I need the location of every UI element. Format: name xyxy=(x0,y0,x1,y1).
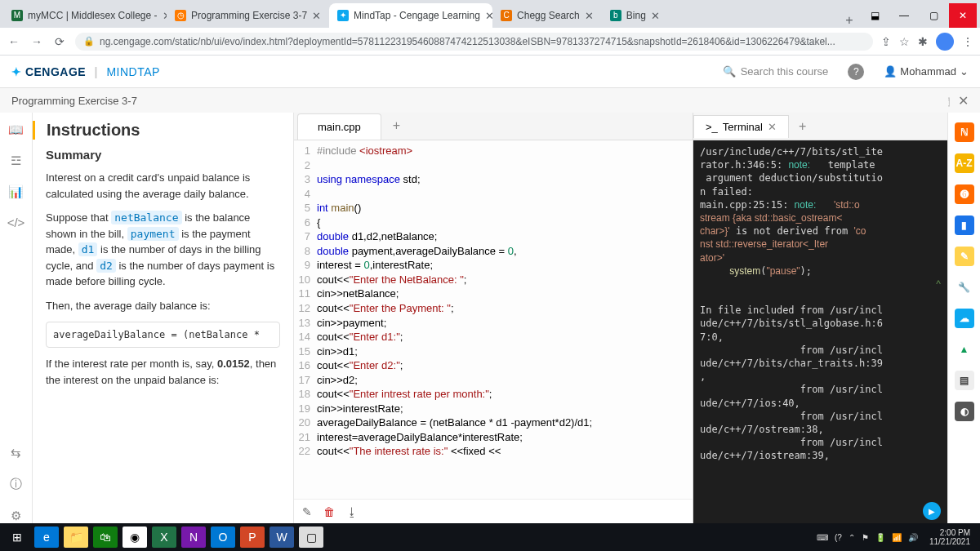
wifi-icon[interactable]: 📶 xyxy=(892,533,902,542)
close-assignment-button[interactable]: i✕ xyxy=(948,93,969,109)
powerpoint-icon[interactable]: P xyxy=(240,527,265,548)
close-tab-icon[interactable]: ✕ xyxy=(585,10,594,22)
app-drawer-item[interactable]: ◐ xyxy=(955,402,974,421)
cengage-header: ✦ CENGAGE | MINDTAP 🔍 Search this course… xyxy=(0,56,980,88)
browser-tab[interactable]: CChegg Search✕ xyxy=(492,3,602,28)
main-area: 📖 ☲ 📊 </> ⇆ ⓘ ⚙ Instructions Summary Int… xyxy=(0,113,980,523)
app-drawer-item[interactable]: ✎ xyxy=(955,247,974,266)
share-icon[interactable]: ⇪ xyxy=(881,35,891,48)
settings-icon[interactable]: ⚙ xyxy=(11,509,21,523)
app-drawer-item[interactable]: ℕ xyxy=(955,122,974,142)
terminal-new-tab[interactable]: + xyxy=(789,114,816,139)
terminal-panel: >_ Terminal ✕ + /usr/include/c++/7/bits/… xyxy=(693,113,947,523)
profile-avatar[interactable] xyxy=(936,33,954,51)
share-icon[interactable]: ⇆ xyxy=(11,446,21,460)
extensions-icon[interactable]: ✱ xyxy=(918,35,928,48)
editor-new-tab[interactable]: + xyxy=(381,113,412,140)
user-name: Mohammad xyxy=(900,65,956,78)
clock-date: 11/21/2021 xyxy=(929,537,970,546)
minimize-button[interactable]: — xyxy=(890,3,918,28)
help-button[interactable]: ? xyxy=(848,64,864,80)
user-menu[interactable]: 👤 Mohammad ⌄ xyxy=(884,65,969,78)
run-button[interactable]: ▶ xyxy=(923,502,941,520)
book-icon[interactable]: 📖 xyxy=(8,122,24,137)
close-tab-icon[interactable]: ✕ xyxy=(651,10,660,22)
url-input[interactable]: 🔒 ng.cengage.com/static/nb/ui/evo/index.… xyxy=(75,33,873,51)
onenote-icon[interactable]: N xyxy=(181,527,206,548)
app-drawer-item[interactable]: ▤ xyxy=(955,371,974,390)
info-icon[interactable]: i xyxy=(948,97,950,107)
tray-help-icon[interactable]: (? xyxy=(835,533,842,542)
chart-icon[interactable]: 📊 xyxy=(8,184,24,199)
instructions-title: Instructions xyxy=(33,121,280,140)
app-icon[interactable]: ▢ xyxy=(299,527,323,548)
new-tab-button[interactable]: + xyxy=(838,13,861,28)
maximize-button[interactable]: ▢ xyxy=(920,3,947,28)
browser-tab[interactable]: bBing✕ xyxy=(602,3,668,28)
outlook-icon[interactable]: O xyxy=(211,527,235,548)
close-tab-icon[interactable]: ✕ xyxy=(485,10,492,22)
store-icon[interactable]: 🛍 xyxy=(93,527,118,548)
volume-icon[interactable]: 🔊 xyxy=(908,533,918,542)
chrome-icon[interactable]: ◉ xyxy=(122,527,147,548)
terminal-controls: ▶ xyxy=(693,499,947,523)
lock-icon: 🔒 xyxy=(83,36,95,47)
browser-tab[interactable]: MmyMCC | Middlesex College - ✕ xyxy=(3,3,167,28)
word-icon[interactable]: W xyxy=(270,527,294,548)
bookmark-icon[interactable]: ☆ xyxy=(899,35,910,48)
edge-icon[interactable]: e xyxy=(34,527,59,548)
instructions-p3: Then, the average daily balance is: xyxy=(46,298,280,314)
browser-tab[interactable]: ✦MindTap - Cengage Learning✕ xyxy=(329,3,492,28)
reload-button[interactable]: ⟳ xyxy=(52,35,67,48)
editor-tabs: main.cpp + xyxy=(294,113,693,140)
windows-taskbar: ⊞ e 📁 🛍 ◉ X N O P W ▢ ⌨ (? ⌃ ⚑ 🔋 📶 🔊 2:0… xyxy=(0,523,980,551)
flag-icon[interactable]: ⚑ xyxy=(862,533,869,542)
brand-secondary: MINDTAP xyxy=(106,65,159,78)
tab-title: Bing xyxy=(626,10,646,21)
clock[interactable]: 2:00 PM 11/21/2021 xyxy=(924,528,975,546)
keyboard-icon[interactable]: ⌨ xyxy=(817,533,828,542)
delete-icon[interactable]: 🗑 xyxy=(323,505,335,518)
browser-tab[interactable]: ◷Programming Exercise 3-7✕ xyxy=(167,3,329,28)
hint-icon[interactable]: ⓘ xyxy=(10,477,22,492)
forward-button[interactable]: → xyxy=(29,35,44,48)
app-drawer-item[interactable]: ☁ xyxy=(955,309,974,328)
extension-icons: ⇪ ☆ ✱ ⋮ xyxy=(881,33,973,51)
editor-tab-main[interactable]: main.cpp xyxy=(297,113,381,140)
app-drawer-item[interactable]: ▮ xyxy=(955,216,974,235)
excel-icon[interactable]: X xyxy=(152,527,176,548)
favicon: C xyxy=(501,10,512,21)
close-window-button[interactable]: ✕ xyxy=(949,3,977,28)
clock-time: 2:00 PM xyxy=(929,528,970,537)
tab-title: Programming Exercise 3-7 xyxy=(191,10,307,21)
editor-area: main.cpp + 1#include <iostream>23using n… xyxy=(294,113,693,523)
close-terminal-tab[interactable]: ✕ xyxy=(768,121,777,133)
download-icon[interactable]: ⭳ xyxy=(346,505,358,518)
battery-icon[interactable]: 🔋 xyxy=(875,533,885,542)
edit-icon[interactable]: ✎ xyxy=(302,505,312,518)
code-icon[interactable]: </> xyxy=(7,216,25,229)
instructions-p4: If the interest rate per month is, say, … xyxy=(46,356,280,388)
app-drawer-item[interactable]: A-Z xyxy=(955,153,974,173)
back-button[interactable]: ← xyxy=(7,35,21,48)
start-button[interactable]: ⊞ xyxy=(5,527,29,548)
file-explorer-icon[interactable]: 📁 xyxy=(64,527,88,548)
favicon: ✦ xyxy=(337,10,349,21)
terminal-icon: >_ xyxy=(706,121,718,133)
steps-icon[interactable]: ☲ xyxy=(11,153,21,168)
app-drawer-item[interactable]: ▲ xyxy=(955,340,974,359)
tab-title: Chegg Search xyxy=(517,10,580,21)
close-tab-icon[interactable]: ✕ xyxy=(312,10,321,22)
search-course[interactable]: 🔍 Search this course xyxy=(723,65,829,78)
right-app-bar: ℕA-Z➏▮✎🔧☁▲▤◐ xyxy=(947,113,980,523)
terminal-tab[interactable]: >_ Terminal ✕ xyxy=(693,115,789,138)
chevron-down-icon: ⌄ xyxy=(960,65,969,78)
app-drawer-item[interactable]: 🔧 xyxy=(955,278,974,297)
menu-icon[interactable]: ⋮ xyxy=(962,35,973,48)
app-drawer-item[interactable]: ➏ xyxy=(955,184,974,204)
code-editor[interactable]: 1#include <iostream>23using namespace st… xyxy=(294,140,693,499)
user-icon: 👤 xyxy=(884,65,897,78)
terminal-output[interactable]: /usr/include/c++/7/bits/stl_ite rator.h:… xyxy=(693,140,947,499)
restore-down-icon[interactable]: ⬓ xyxy=(861,3,889,28)
tray-up-icon[interactable]: ⌃ xyxy=(849,533,855,542)
